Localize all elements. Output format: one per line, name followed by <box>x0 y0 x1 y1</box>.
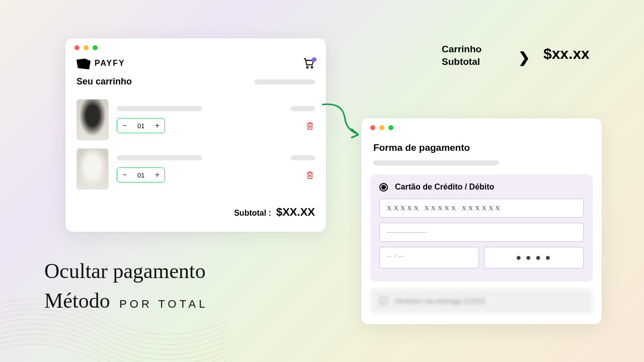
window-chrome <box>65 38 326 57</box>
payment-method-label: Cartão de Crédito / Débito <box>395 183 494 192</box>
product-image <box>76 148 109 190</box>
radio-credit-card[interactable] <box>379 183 388 192</box>
headline: Ocultar pagamento Método por total <box>44 256 208 316</box>
window-minimize-dot[interactable] <box>379 125 384 130</box>
qty-decrease-button[interactable]: − <box>117 119 132 133</box>
brand-name: PAYFY <box>95 59 125 68</box>
skeleton-bar <box>117 106 202 111</box>
radio-cod <box>379 297 388 305</box>
window-chrome <box>361 118 602 137</box>
window-close-dot[interactable] <box>370 125 375 130</box>
qty-value: 01 <box>132 122 149 130</box>
compare-value: $xx.xx <box>543 45 590 62</box>
delete-button[interactable] <box>305 170 315 180</box>
payment-method-hidden: Dinheiro na entrega (COD) <box>370 289 593 313</box>
svg-point-0 <box>307 67 308 68</box>
svg-point-1 <box>311 67 313 68</box>
hidden-method-label: Dinheiro na entrega (COD) <box>395 297 485 305</box>
headline-line1: Ocultar pagamento <box>44 256 208 286</box>
skeleton-bar <box>373 160 499 165</box>
arrow-icon <box>317 100 365 147</box>
cart-item: − 01 + <box>65 144 326 194</box>
qty-decrease-button[interactable]: − <box>117 168 132 182</box>
card-number-field[interactable]: XXXXX XXXXX XXXXXX <box>379 199 584 218</box>
cart-badge <box>312 57 316 62</box>
window-minimize-dot[interactable] <box>84 45 89 50</box>
brand-icon <box>76 57 91 69</box>
skeleton-bar <box>255 79 315 84</box>
payment-method-card[interactable]: Cartão de Crédito / Débito XXXXX XXXXX X… <box>370 174 593 282</box>
quantity-stepper[interactable]: − 01 + <box>117 167 165 183</box>
card-cvv-field[interactable]: ● ● ● ● <box>484 247 584 268</box>
subtotal-value: $XX.XX <box>276 206 315 219</box>
quantity-stepper[interactable]: − 01 + <box>117 118 165 133</box>
product-image <box>76 99 109 140</box>
compare-line1: Carrinho <box>442 43 481 56</box>
qty-value: 01 <box>132 171 149 179</box>
window-close-dot[interactable] <box>74 45 79 50</box>
cart-icon[interactable] <box>303 58 315 69</box>
skeleton-bar <box>291 106 315 111</box>
chevron-right-icon: ❯ <box>518 49 530 66</box>
cart-item: − 01 + <box>65 95 326 144</box>
qty-increase-button[interactable]: + <box>149 119 165 133</box>
subtotal-label: Subtotal : <box>234 209 271 218</box>
skeleton-bar <box>117 155 202 160</box>
card-name-field[interactable]: --------------- <box>379 223 584 242</box>
payment-window: Forma de pagamento Cartão de Crédito / D… <box>361 118 602 324</box>
compare-label: Carrinho Subtotal <box>442 43 481 68</box>
payment-title: Forma de pagamento <box>361 137 602 156</box>
window-maximize-dot[interactable] <box>93 45 98 50</box>
qty-increase-button[interactable]: + <box>149 168 165 182</box>
cart-window: PAYFY Seu carrinho − 01 + <box>65 38 326 232</box>
compare-line2: Subtotal <box>442 56 481 68</box>
delete-button[interactable] <box>305 121 315 131</box>
brand-logo: PAYFY <box>76 57 125 69</box>
window-maximize-dot[interactable] <box>388 125 393 130</box>
headline-line2a: Método <box>44 289 110 312</box>
cart-title: Seu carrinho <box>76 76 132 87</box>
headline-line2b: por total <box>119 298 208 310</box>
skeleton-bar <box>291 155 315 160</box>
card-expiry-field[interactable]: -- / -- <box>379 247 479 268</box>
